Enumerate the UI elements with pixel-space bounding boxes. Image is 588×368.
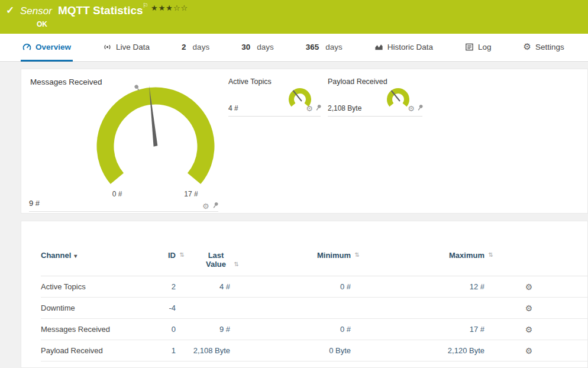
priority-flag-icon[interactable]: ⚐ xyxy=(143,2,148,9)
gauge-settings-gear-icon[interactable]: ⚙ xyxy=(202,202,209,210)
channel-last-value: 9 # xyxy=(176,325,230,334)
mini-gauge-title: Payload Received xyxy=(328,78,387,86)
tab-day-count: 365 xyxy=(306,43,319,51)
tab-day-suffix: days xyxy=(193,43,210,51)
tab-log[interactable]: Log xyxy=(463,34,493,62)
channel-settings-gear-icon[interactable]: ⚙ xyxy=(525,282,533,292)
channel-name: Messages Received xyxy=(41,325,141,334)
tab-day-count: 30 xyxy=(241,43,250,51)
content-area: Messages Received 0 # 17 # 9 # ⚙ xyxy=(0,63,588,368)
gauge-settings-gear-icon[interactable]: ⚙ xyxy=(306,105,313,112)
payload-received-gauge-block: Payload Received 2,108 Byte ⚙ xyxy=(328,78,422,117)
gauge-pin-icon[interactable] xyxy=(313,102,324,114)
main-gauge-title: Messages Received xyxy=(30,78,102,86)
tab-day-suffix: days xyxy=(257,43,274,51)
sort-caret-icon: ▾ xyxy=(74,253,77,259)
channel-id: -4 xyxy=(141,304,176,312)
column-header-channel[interactable]: Channel▾ xyxy=(41,251,141,260)
tab-label: Overview xyxy=(35,43,71,51)
tab-365-days[interactable]: 365days xyxy=(304,34,344,62)
sensor-type-label: Sensor xyxy=(20,5,52,17)
channel-maximum: 2,120 Byte xyxy=(351,346,484,355)
table-header-row: Channel▾ ID⇅ Last Value⇅ Minimum⇅ Maximu… xyxy=(41,251,587,276)
main-gauge-value: 9 # xyxy=(29,199,40,208)
status-badge: OK xyxy=(37,20,47,28)
channel-last-value: 2,108 Byte xyxy=(176,346,230,355)
channel-maximum: 12 # xyxy=(351,282,484,291)
mini-gauge-title: Active Topics xyxy=(228,78,272,86)
gauges-panel: Messages Received 0 # 17 # 9 # ⚙ xyxy=(21,69,588,214)
gauge-scale-min: 0 # xyxy=(105,190,129,198)
channel-name: Payload Received xyxy=(41,346,141,355)
channel-minimum: 0 # xyxy=(230,325,351,334)
historic-chart-icon xyxy=(374,43,383,51)
gauge-pin-icon[interactable] xyxy=(415,102,425,114)
column-header-minimum[interactable]: Minimum⇅ xyxy=(230,251,351,260)
column-header-maximum[interactable]: Maximum⇅ xyxy=(351,251,484,260)
tab-historic-data[interactable]: Historic Data xyxy=(373,34,435,62)
channel-name: Active Topics xyxy=(41,282,141,291)
channel-minimum: 0 Byte xyxy=(230,346,351,355)
column-header-last-value[interactable]: Last Value⇅ xyxy=(176,251,230,269)
channel-id: 1 xyxy=(141,346,176,355)
channel-settings-gear-icon[interactable]: ⚙ xyxy=(525,325,533,334)
tab-live-data[interactable]: Live Data xyxy=(101,34,151,62)
table-row: Downtime -4 ⚙ xyxy=(41,298,587,319)
channel-maximum: 17 # xyxy=(351,325,484,334)
tab-30-days[interactable]: 30days xyxy=(240,34,276,62)
tab-label: Log xyxy=(478,43,492,51)
table-row: Messages Received 0 9 # 0 # 17 # ⚙ xyxy=(41,319,587,340)
gauge-pin-icon[interactable] xyxy=(209,200,220,212)
sort-icon: ⇅ xyxy=(489,251,493,258)
log-list-icon xyxy=(465,43,474,51)
table-row: Active Topics 2 4 # 0 # 12 # ⚙ xyxy=(41,276,587,298)
tab-overview[interactable]: Overview xyxy=(21,34,73,62)
channels-table-panel: Channel▾ ID⇅ Last Value⇅ Minimum⇅ Maximu… xyxy=(21,221,588,368)
tab-bar: Overview Live Data 2days 30days 365days … xyxy=(0,34,588,62)
table-row: Payload Received 1 2,108 Byte 0 Byte 2,1… xyxy=(41,340,587,361)
tab-label: Live Data xyxy=(116,43,150,51)
live-data-broadcast-icon xyxy=(103,43,112,51)
channel-settings-gear-icon[interactable]: ⚙ xyxy=(525,304,533,313)
sensor-header: ✓ Sensor MQTT Statistics ⚐ ★★★☆☆ OK xyxy=(0,0,588,34)
channel-id: 0 xyxy=(141,325,176,334)
tab-label: Historic Data xyxy=(387,43,433,51)
status-ok-check-icon: ✓ xyxy=(6,4,14,17)
tab-settings[interactable]: ⚙ Settings xyxy=(522,34,566,62)
channel-id: 2 xyxy=(141,282,176,291)
mini-gauge-value: 2,108 Byte xyxy=(328,104,361,112)
tab-day-suffix: days xyxy=(325,43,343,51)
rating-stars[interactable]: ★★★☆☆ xyxy=(151,4,188,12)
channel-name: Downtime xyxy=(41,304,141,312)
settings-gear-icon: ⚙ xyxy=(524,41,531,52)
channel-minimum: 0 # xyxy=(230,282,351,291)
gauge-settings-gear-icon[interactable]: ⚙ xyxy=(408,105,415,112)
active-topics-gauge-block: Active Topics 4 # ⚙ xyxy=(228,78,321,117)
gauge-scale-max: 17 # xyxy=(179,190,203,198)
divider xyxy=(29,211,218,212)
page-title: MQTT Statistics xyxy=(58,4,143,17)
sort-icon: ⇅ xyxy=(234,261,239,267)
tab-2-days[interactable]: 2days xyxy=(180,34,211,62)
channels-table: Channel▾ ID⇅ Last Value⇅ Minimum⇅ Maximu… xyxy=(41,251,587,361)
channel-last-value: 4 # xyxy=(176,282,230,291)
mini-gauge-value: 4 # xyxy=(228,104,238,112)
tab-day-count: 2 xyxy=(182,43,186,51)
channel-settings-gear-icon[interactable]: ⚙ xyxy=(525,346,533,356)
column-header-id[interactable]: ID⇅ xyxy=(141,251,176,260)
tab-label: Settings xyxy=(535,43,564,51)
overview-gauge-icon xyxy=(22,43,31,51)
